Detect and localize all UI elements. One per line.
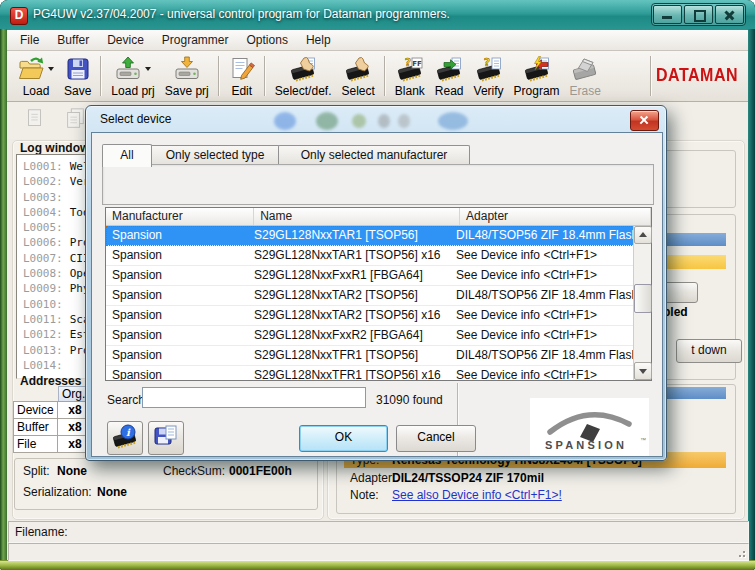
window-title: PG4UW v2.37/04.2007 - universal control … xyxy=(33,7,450,21)
toolbar-button-edit[interactable]: Edit xyxy=(224,54,260,99)
select-default-icon xyxy=(290,56,316,82)
table-cell: See Device info <Ctrl+F1> xyxy=(456,366,597,380)
trademark-symbol: ™ xyxy=(640,437,646,443)
toolbar-button-blank[interactable]: FF?Blank xyxy=(390,54,430,99)
select-icon xyxy=(345,56,371,82)
column-header-manufacturer[interactable]: Manufacturer xyxy=(106,208,254,225)
toolbar-separator xyxy=(218,56,220,96)
device-info-icon: i xyxy=(112,423,138,453)
menu-item-device[interactable]: Device xyxy=(98,31,153,50)
device-adapter-label: Adapter: xyxy=(350,471,395,485)
statusbar-bottom xyxy=(8,543,749,561)
document-icon[interactable] xyxy=(23,107,47,135)
toolbar-button-select-def[interactable]: Select/def. xyxy=(270,54,337,99)
table-cell: S29GL128NxxTAR2 [TSOP56] x16 xyxy=(254,306,441,324)
dialog-close-button[interactable] xyxy=(630,110,659,131)
split-value: None xyxy=(57,464,87,478)
serialization-label: Serialization: xyxy=(23,485,92,499)
table-row[interactable]: SpansionS29GL128NxxFxxR1 [FBGA64]See Dev… xyxy=(106,266,634,286)
dropdown-caret-icon[interactable] xyxy=(145,67,151,71)
erase-icon xyxy=(572,56,598,82)
table-row[interactable]: SpansionS29GL128NxxTFR1 [TSOP56]DIL48/TS… xyxy=(106,346,634,366)
tab-all[interactable]: All xyxy=(102,144,152,167)
vertical-scrollbar[interactable] xyxy=(633,226,651,380)
device-info-button[interactable]: i xyxy=(107,421,143,455)
maximize-button[interactable] xyxy=(684,5,713,24)
tab-only-selected-manufacturer[interactable]: Only selected manufacturer xyxy=(278,145,470,165)
table-cell: DIL48/TSOP56 ZIF 18.4mm Flash-4 xyxy=(456,226,634,244)
scrollbar-thumb[interactable] xyxy=(634,284,652,313)
toolbar-button-save-prj[interactable]: Save prj xyxy=(160,54,214,99)
table-row[interactable]: SpansionS29GL128NxxTFR1 [TSOP56] x16See … xyxy=(106,366,634,380)
table-cell: DIL48/TSOP56 ZIF 18.4mm Flash-4 xyxy=(456,346,634,364)
table-row[interactable]: SpansionS29GL128NxxFxxR2 [FBGA64]See Dev… xyxy=(106,326,634,346)
save-device-list-button[interactable] xyxy=(148,421,184,455)
glass-reflection-icon xyxy=(316,112,338,130)
toolbar-button-load[interactable]: Load xyxy=(13,54,59,99)
menu-item-help[interactable]: Help xyxy=(297,31,340,50)
toolbar-button-read[interactable]: Read xyxy=(430,54,469,99)
dataman-logo: DATAMAN xyxy=(656,66,738,86)
close-icon xyxy=(724,9,735,20)
program-icon xyxy=(524,56,550,82)
table-cell: S29GL128NxxTFR1 [TSOP56] x16 xyxy=(254,366,441,380)
toolbar-button-select[interactable]: Select xyxy=(336,54,379,99)
device-listview: ManufacturerNameAdapter SpansionS29GL128… xyxy=(105,207,652,381)
table-cell: See Device info <Ctrl+F1> xyxy=(456,306,597,324)
toolbar-separator xyxy=(650,56,652,96)
device-info-link[interactable]: See also Device info <Ctrl+F1>! xyxy=(392,488,562,502)
dialog-client-area: AllOnly selected typeOnly selected manuf… xyxy=(91,132,663,457)
save-project-icon xyxy=(174,56,200,82)
svg-text:?: ? xyxy=(483,56,489,69)
spansion-logo-text: SPANSION xyxy=(545,439,627,451)
verify-icon: ? xyxy=(476,56,502,82)
svg-text:?: ? xyxy=(405,56,411,69)
scroll-up-button[interactable] xyxy=(634,226,652,244)
resize-grip[interactable] xyxy=(735,547,745,557)
toolbar-button-program[interactable]: Program xyxy=(509,54,565,99)
window-controls xyxy=(651,3,746,26)
screenshot-stage: D PG4UW v2.37/04.2007 - universal contro… xyxy=(0,0,755,570)
documents-icon[interactable] xyxy=(63,107,87,135)
statusbar-filename: Filename: xyxy=(8,521,749,543)
table-row[interactable]: SpansionS29GL128NxxTAR2 [TSOP56] x16See … xyxy=(106,306,634,326)
toolbar-separator xyxy=(100,56,102,96)
glass-reflection-icon xyxy=(398,114,410,128)
svg-text:FF: FF xyxy=(412,60,422,68)
ok-button[interactable]: OK xyxy=(299,425,388,452)
close-button[interactable] xyxy=(715,5,744,24)
table-cell: S29GL128NxxFxxR2 [FBGA64] xyxy=(254,326,423,344)
column-header-adapter[interactable]: Adapter xyxy=(460,208,651,225)
menu-item-buffer[interactable]: Buffer xyxy=(48,31,98,50)
read-icon xyxy=(436,56,462,82)
count-down-button[interactable]: t down xyxy=(676,339,742,363)
menu-item-file[interactable]: File xyxy=(11,31,48,50)
toolbar-button-save[interactable]: Save xyxy=(59,54,96,99)
table-cell: DIL48/TSOP56 ZIF 18.4mm Flash-4 xyxy=(456,286,634,304)
column-header-name[interactable]: Name xyxy=(254,208,460,225)
toolbar-button-load-prj[interactable]: Load prj xyxy=(106,54,159,99)
table-cell: S29GL128NxxFxxR1 [FBGA64] xyxy=(254,266,423,284)
log-window-caption: Log window xyxy=(20,141,89,155)
table-row[interactable]: SpansionS29GL128NxxTAR1 [TSOP56] x16See … xyxy=(106,246,634,266)
cancel-button[interactable]: Cancel xyxy=(396,425,476,452)
app-icon-letter: D xyxy=(15,8,24,22)
table-row[interactable]: SpansionS29GL128NxxTAR2 [TSOP56]DIL48/TS… xyxy=(106,286,634,306)
toolbar-button-verify[interactable]: ?Verify xyxy=(469,54,509,99)
tab-only-selected-type[interactable]: Only selected type xyxy=(150,145,280,165)
checksum-value: 0001FE00h xyxy=(229,464,292,478)
glass-reflection-icon xyxy=(438,112,468,130)
table-row[interactable]: SpansionS29GL128NxxTAR1 [TSOP56]DIL48/TS… xyxy=(106,226,634,246)
menu-item-programmer[interactable]: Programmer xyxy=(153,31,238,50)
table-cell: S29GL128NxxTFR1 [TSOP56] xyxy=(254,346,418,364)
search-input[interactable] xyxy=(142,387,366,408)
edit-icon xyxy=(229,56,255,82)
table-cell: Spansion xyxy=(112,346,162,364)
dropdown-caret-icon[interactable] xyxy=(48,67,54,71)
dialog-title: Select device xyxy=(100,112,171,126)
table-cell: Spansion xyxy=(112,246,162,264)
scroll-down-button[interactable] xyxy=(634,362,652,380)
menu-item-options[interactable]: Options xyxy=(238,31,297,50)
toolbar-button-erase[interactable]: Erase xyxy=(565,54,606,99)
minimize-button[interactable] xyxy=(653,5,682,24)
